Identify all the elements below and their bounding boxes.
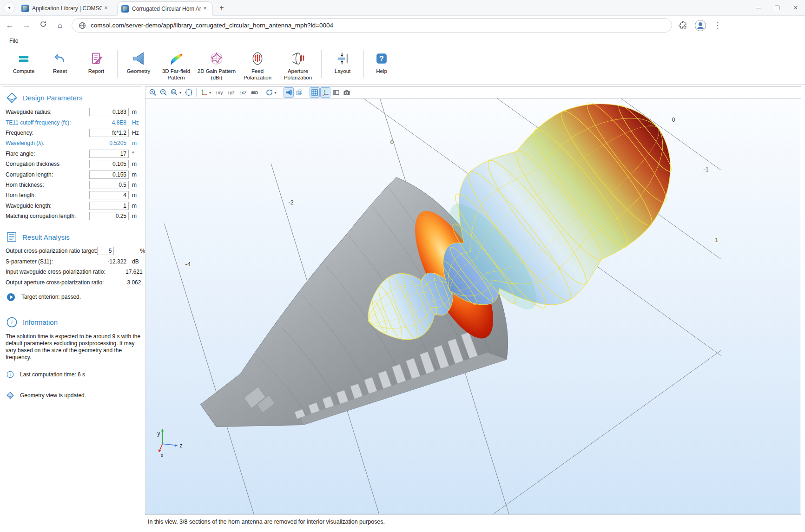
- graphics-viewport[interactable]: 0 -2 -4 0 -1 1 y z x: [145, 99, 801, 515]
- aperture-polarization-icon: [290, 51, 305, 66]
- forward-button[interactable]: →: [20, 19, 33, 33]
- camera-icon: [343, 88, 351, 97]
- tab-search-button[interactable]: ▾: [4, 2, 15, 13]
- param-row-horn-length: Horn length: m: [0, 190, 145, 200]
- zoom-extents-button[interactable]: [184, 87, 194, 98]
- show-farfield-toggle[interactable]: [284, 87, 294, 98]
- zoom-extents-icon: [185, 88, 193, 97]
- help-icon: ?: [374, 51, 389, 66]
- svg-text:i: i: [10, 372, 11, 377]
- aperture-polarization-button[interactable]: Aperture Polarization: [277, 46, 318, 81]
- reset-icon: [53, 51, 67, 66]
- axis-tick: -1: [703, 166, 709, 173]
- view-yz-button[interactable]: ↑yz: [225, 87, 237, 98]
- home-button[interactable]: ⌂: [53, 19, 67, 33]
- reload-button[interactable]: [36, 19, 50, 33]
- site-globe-icon: [79, 22, 86, 29]
- chevron-down-icon[interactable]: ▾: [274, 91, 277, 95]
- back-button[interactable]: ←: [3, 19, 17, 33]
- tab-title: Corrugated Circular Horn Anten: [132, 6, 201, 12]
- param-row-wavelength: Wavelength (λ): 0.5205 m: [0, 138, 145, 148]
- tab-close-icon[interactable]: ×: [102, 5, 110, 12]
- param-row-waveguide-length: Waveguide length: m: [0, 201, 145, 211]
- horn-thickness-input[interactable]: [89, 181, 129, 189]
- browser-tab-application-library[interactable]: Application Library | COMSOL S ×: [18, 1, 113, 15]
- param-row-te11-cutoff: TE11 cutoff frequency (fc): 4.8E8 Hz: [0, 117, 145, 127]
- corrugation-thickness-input[interactable]: [89, 160, 129, 168]
- cross-polarization-target-input[interactable]: [97, 247, 114, 255]
- zoom-in-button[interactable]: [148, 87, 158, 98]
- geometry-diamond-icon: [7, 392, 14, 399]
- app-menubar: File: [0, 35, 805, 46]
- toolbar-separator: [196, 88, 197, 97]
- transparency-toggle[interactable]: [294, 87, 304, 98]
- zoom-box-button[interactable]: ▾: [169, 87, 183, 98]
- x-axis-label: x: [161, 452, 164, 459]
- section-title: Result Analysis: [22, 233, 70, 241]
- scene-light-button[interactable]: [249, 87, 259, 98]
- go-to-view-button[interactable]: ▾: [199, 87, 213, 98]
- report-icon: [89, 51, 104, 66]
- report-button[interactable]: Report: [78, 46, 114, 75]
- design-parameters-icon: [6, 92, 18, 104]
- result-analysis-icon: [6, 231, 17, 243]
- zoom-box-icon: [170, 88, 178, 97]
- 3d-scene[interactable]: 0 -2 -4 0 -1 1 y z x: [145, 99, 801, 514]
- sidebar: Design Parameters Waveguide radius: m TE…: [0, 85, 145, 532]
- extensions-icon[interactable]: [679, 21, 688, 30]
- feed-polarization-icon: [250, 51, 265, 66]
- design-parameters-header: Design Parameters: [0, 88, 145, 107]
- rotate-view-button[interactable]: ▾: [264, 87, 278, 98]
- reload-icon: [40, 20, 47, 28]
- info-circle-icon: i: [7, 371, 14, 378]
- matching-corrugation-length-input[interactable]: [89, 212, 129, 220]
- window-minimize-button[interactable]: [749, 0, 768, 16]
- chevron-down-icon[interactable]: ▾: [208, 91, 212, 95]
- background-color-toggle[interactable]: [331, 87, 341, 98]
- farfield-3d-button[interactable]: 3D Far-field Pattern: [157, 46, 196, 81]
- browser-menu-button[interactable]: ⋮: [713, 20, 722, 30]
- split-background-icon: [332, 88, 340, 97]
- tab-close-icon[interactable]: ×: [201, 5, 209, 13]
- address-bar[interactable]: comsol.com/server-demo/app/library_corru…: [72, 18, 672, 33]
- profile-avatar[interactable]: [694, 20, 706, 32]
- target-criterion-status: Target criterion: passed.: [0, 288, 145, 304]
- reset-button[interactable]: Reset: [42, 46, 78, 75]
- feed-polarization-button[interactable]: Feed Polarization: [238, 46, 277, 81]
- toolbar-separator: [281, 88, 281, 97]
- chevron-down-icon[interactable]: ▾: [178, 91, 182, 95]
- view-xz-button[interactable]: ↑xz: [237, 87, 249, 98]
- param-row-matching-corrugation-length: Matching corrugation length: m: [0, 211, 145, 221]
- file-menu[interactable]: File: [7, 37, 21, 45]
- y-axis-label: y: [158, 430, 160, 437]
- window-close-button[interactable]: ×: [786, 0, 805, 16]
- param-row-waveguide-radius: Waveguide radius: m: [0, 107, 145, 117]
- new-tab-button[interactable]: +: [217, 3, 227, 13]
- transparency-cube-icon: [295, 88, 304, 97]
- window-maximize-button[interactable]: [768, 0, 786, 16]
- flare-angle-input[interactable]: [89, 150, 129, 158]
- divider: [3, 311, 142, 311]
- help-button[interactable]: ? Help: [367, 46, 396, 75]
- compute-button[interactable]: Compute: [6, 46, 42, 75]
- frequency-input[interactable]: [89, 129, 129, 137]
- polar-plot-icon: [209, 51, 224, 66]
- gain-2d-button[interactable]: 2D Gain Pattern (dBi): [196, 46, 238, 81]
- browser-tab-horn-antenna[interactable]: Corrugated Circular Horn Anten ×: [117, 1, 213, 15]
- orientation-axes-toggle[interactable]: [320, 87, 330, 98]
- comsol-favicon: [21, 5, 29, 12]
- layout-button[interactable]: Layout: [324, 46, 361, 75]
- zoom-out-button[interactable]: [158, 87, 169, 98]
- farfield-lobe-icon: [169, 51, 184, 66]
- divider: [3, 86, 142, 87]
- geometry-updated-status: Geometry view is updated.: [0, 387, 145, 402]
- waveguide-length-input[interactable]: [89, 202, 129, 210]
- view-xy-button[interactable]: ↑xy: [213, 87, 225, 98]
- geometry-button[interactable]: Geometry: [120, 46, 157, 75]
- grid-toggle[interactable]: [310, 87, 320, 98]
- toolbar-separator: [363, 50, 364, 78]
- snapshot-button[interactable]: [342, 87, 352, 98]
- corrugation-length-input[interactable]: [89, 171, 129, 179]
- horn-length-input[interactable]: [89, 191, 129, 199]
- waveguide-radius-input[interactable]: [89, 108, 129, 116]
